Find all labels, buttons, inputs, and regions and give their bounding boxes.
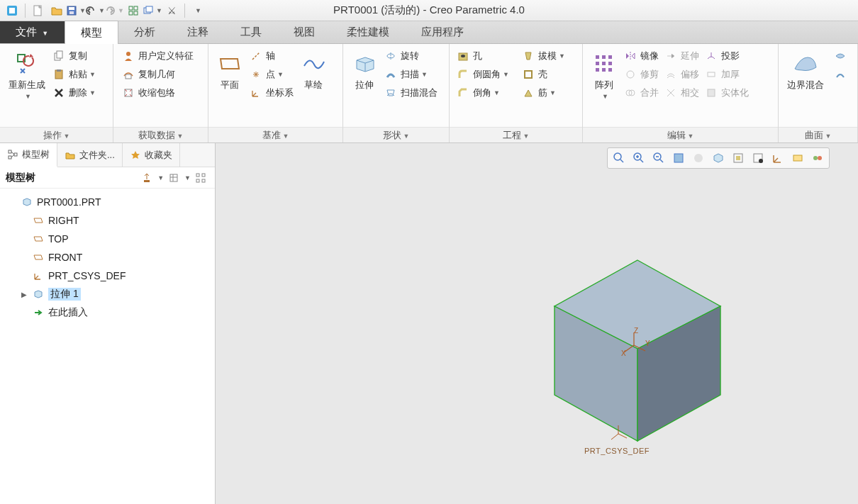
tree-plane-right[interactable]: RIGHT (0, 211, 215, 230)
ribbon-group-title-datum[interactable]: 基准▼ (208, 127, 342, 142)
graphics-viewport[interactable]: Y Z X PRT_CSYS_DEF (216, 143, 858, 504)
tab-annotate[interactable]: 注释 (172, 21, 225, 43)
saved-views-icon[interactable] (708, 150, 728, 167)
open-icon[interactable] (48, 2, 66, 19)
pattern-button[interactable]: 阵列▼ (587, 47, 621, 103)
zoom-fit-icon[interactable] (609, 150, 629, 167)
datum-display-icon[interactable] (768, 150, 788, 167)
delete-button[interactable]: 删除▼ (50, 84, 99, 102)
regen-icon[interactable] (124, 2, 143, 19)
shrinkwrap-button[interactable]: 收缩包络 (119, 84, 196, 102)
star-icon (130, 150, 141, 161)
svg-rect-4 (69, 7, 74, 10)
sketch-button[interactable]: 草绘 (296, 47, 330, 91)
merge-icon (624, 86, 637, 99)
tree-csys[interactable]: PRT_CSYS_DEF (0, 267, 215, 285)
boundary-blend-button[interactable]: 边界混合 (783, 47, 828, 91)
point-button[interactable]: 点▼ (247, 65, 296, 84)
rib-button[interactable]: 筋▼ (519, 84, 568, 102)
surf-extra2-button[interactable] (831, 65, 853, 84)
sidebar-tab-folder[interactable]: 文件夹... (57, 143, 123, 167)
tab-view[interactable]: 视图 (278, 21, 331, 43)
new-icon[interactable] (28, 2, 47, 19)
draft-button[interactable]: 拔模▼ (519, 47, 568, 65)
app-menu-icon[interactable] (3, 2, 21, 19)
perspective-icon[interactable] (748, 150, 768, 167)
customize-qat-icon[interactable]: ▼ (188, 2, 206, 19)
tab-flexmodel[interactable]: 柔性建模 (331, 21, 406, 43)
thicken-button[interactable]: 加厚 (702, 65, 752, 84)
tree-plane-front[interactable]: FRONT (0, 248, 215, 267)
folder-icon (65, 150, 76, 161)
tab-model[interactable]: 模型 (65, 21, 118, 44)
copygeom-icon (122, 68, 135, 81)
view-manager-icon[interactable] (728, 150, 748, 167)
ribbon-group-title-surf[interactable]: 曲面▼ (779, 127, 857, 142)
spin-center-icon[interactable] (808, 150, 828, 167)
axis-button[interactable]: 轴 (247, 47, 296, 65)
repaint-icon[interactable] (669, 150, 689, 167)
regenerate-button[interactable]: 重新生成▼ (4, 47, 50, 103)
svg-rect-45 (196, 179, 199, 182)
undo-icon[interactable]: ▼ (86, 2, 104, 19)
zoom-in-icon[interactable] (629, 150, 649, 167)
solidify-icon (705, 86, 718, 99)
round-button[interactable]: 倒圆角▼ (454, 65, 512, 84)
sidebar-tab-modeltree[interactable]: 模型树 (0, 143, 57, 167)
svg-rect-39 (9, 156, 11, 159)
intersect-button[interactable]: 相交 (662, 84, 702, 102)
copy-button[interactable]: 复制 (50, 47, 99, 65)
tree-extrude-feature[interactable]: ▶拉伸 1 (0, 285, 215, 303)
svg-point-58 (818, 156, 822, 160)
tree-filter-icon[interactable] (192, 170, 209, 186)
annotation-display-icon[interactable] (788, 150, 808, 167)
shell-button[interactable]: 壳 (519, 65, 568, 84)
surf-extra1-button[interactable] (831, 47, 853, 65)
mirror-button[interactable]: 镜像 (621, 47, 662, 65)
tab-file[interactable]: 文件 ▼ (0, 21, 65, 43)
trim-button[interactable]: 修剪 (621, 65, 662, 84)
offset-button[interactable]: 偏移 (662, 65, 702, 84)
svg-rect-29 (608, 62, 612, 65)
display-style-icon[interactable] (689, 150, 708, 167)
revolve-button[interactable]: 旋转 (381, 47, 440, 65)
csys-button[interactable]: 坐标系 (247, 84, 296, 102)
axis-y-label: Y (645, 340, 650, 347)
surf-icon (834, 50, 847, 62)
expand-icon[interactable]: ▶ (20, 291, 28, 298)
zoom-out-icon[interactable] (649, 150, 669, 167)
merge-button[interactable]: 合并 (621, 84, 662, 102)
sketch-icon (301, 51, 326, 77)
ribbon-group-title-shape[interactable]: 形状▼ (343, 127, 449, 142)
ribbon-group-title-ops[interactable]: 操作▼ (0, 127, 113, 142)
project-button[interactable]: 投影 (702, 47, 752, 65)
ribbon: 重新生成▼ 复制 粘贴▼ 删除▼ 操作▼ 用户定义特征 复制几何 收缩包络 获取… (0, 44, 858, 143)
redo-icon[interactable]: ▼ (105, 2, 123, 19)
sweepblend-button[interactable]: 扫描混合 (381, 84, 440, 102)
tree-tools-icon[interactable] (138, 170, 155, 186)
tree-insert-here[interactable]: 在此插入 (0, 303, 215, 322)
ribbon-group-title-edit[interactable]: 编辑▼ (583, 127, 778, 142)
tree-root[interactable]: PRT0001.PRT (0, 193, 215, 211)
ribbon-group-title-eng[interactable]: 工程▼ (450, 127, 582, 142)
sidebar-tab-favorites[interactable]: 收藏夹 (123, 143, 180, 167)
copygeom-button[interactable]: 复制几何 (119, 65, 196, 84)
plane-button[interactable]: 平面 (213, 47, 247, 91)
tab-analysis[interactable]: 分析 (118, 21, 172, 43)
tab-apps[interactable]: 应用程序 (406, 21, 480, 43)
paste-button[interactable]: 粘贴▼ (50, 65, 99, 84)
tree-settings-icon[interactable] (165, 170, 182, 186)
hole-button[interactable]: 孔 (454, 47, 512, 65)
windows-icon[interactable]: ▼ (143, 2, 162, 19)
extrude-button[interactable]: 拉伸 (347, 47, 381, 91)
tree-plane-top[interactable]: TOP (0, 230, 215, 248)
extend-button[interactable]: 延伸 (662, 47, 702, 65)
sweep-button[interactable]: 扫描▼ (381, 65, 440, 84)
solidify-button[interactable]: 实体化 (702, 84, 752, 102)
save-icon[interactable]: ▼ (67, 2, 85, 19)
chamfer-button[interactable]: 倒角▼ (454, 84, 512, 102)
tab-tools[interactable]: 工具 (225, 21, 278, 43)
ribbon-group-title-getdata[interactable]: 获取数据▼ (113, 127, 208, 142)
close-window-icon[interactable]: ⚔ (162, 2, 181, 19)
udf-button[interactable]: 用户定义特征 (119, 47, 196, 65)
